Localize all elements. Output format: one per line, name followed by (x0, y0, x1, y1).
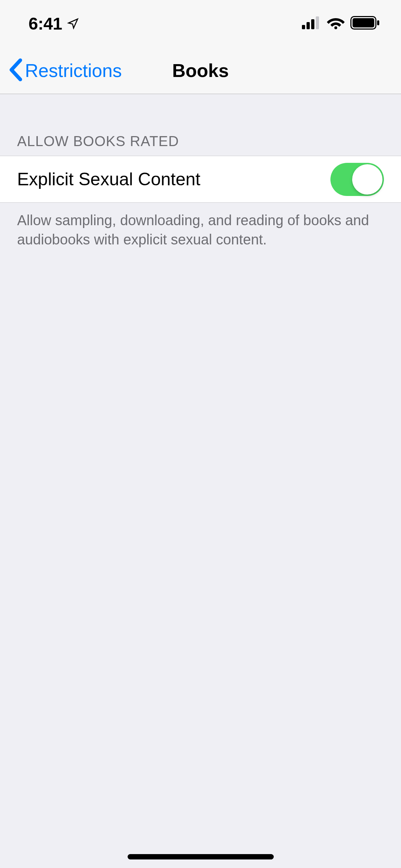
svg-rect-7 (377, 20, 379, 25)
nav-bar: Restrictions Books (0, 47, 401, 94)
status-time: 6:41 (29, 14, 62, 33)
svg-rect-3 (316, 16, 319, 29)
svg-rect-6 (353, 18, 374, 27)
status-bar: 6:41 (0, 0, 401, 47)
svg-rect-2 (311, 19, 314, 29)
svg-point-4 (334, 26, 337, 29)
page-title: Books (172, 60, 229, 81)
section-footer: Allow sampling, downloading, and reading… (0, 203, 401, 257)
wifi-icon (327, 16, 345, 31)
svg-rect-1 (307, 22, 310, 29)
back-button[interactable]: Restrictions (9, 58, 122, 83)
status-left: 6:41 (29, 14, 79, 33)
home-indicator[interactable] (128, 854, 274, 859)
chevron-left-icon (9, 58, 22, 83)
toggle-knob (352, 164, 382, 195)
cellular-icon (302, 16, 321, 31)
status-right (302, 16, 380, 31)
explicit-content-toggle[interactable] (330, 163, 384, 196)
explicit-content-label: Explicit Sexual Content (17, 169, 200, 190)
location-icon (67, 17, 79, 30)
svg-rect-0 (302, 25, 305, 29)
battery-icon (350, 16, 380, 31)
back-label: Restrictions (25, 60, 122, 81)
explicit-content-row: Explicit Sexual Content (0, 156, 401, 203)
section-header: ALLOW BOOKS RATED (0, 94, 401, 156)
